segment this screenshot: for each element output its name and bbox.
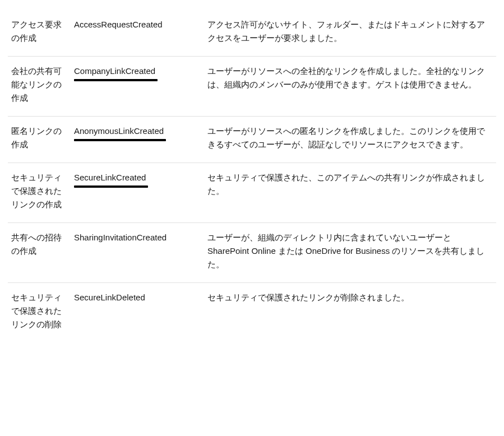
event-operation-name: CompanyLinkCreated <box>74 64 155 80</box>
event-description: アクセス許可がないサイト、フォルダー、またはドキュメントに対するアクセスをユーザ… <box>204 10 496 57</box>
event-description: ユーザーが、組織のディレクトリ内に含まれていないユーザーと SharePoint… <box>204 223 496 283</box>
event-operation-name: SharingInvitationCreated <box>74 231 167 247</box>
table-row: 共有への招待の作成SharingInvitationCreatedユーザーが、組… <box>8 223 496 283</box>
table-row: セキュリティで保護されたリンクの作成SecureLinkCreatedセキュリテ… <box>8 163 496 223</box>
event-operation-cell: AnonymousLinkCreated <box>71 117 204 163</box>
event-name-jp: 匿名リンクの作成 <box>8 117 71 163</box>
page-content: アクセス要求の作成AccessRequestCreatedアクセス許可がないサイ… <box>0 0 504 348</box>
event-name-jp: セキュリティで保護されたリンクの作成 <box>8 163 71 223</box>
event-operation-cell: AccessRequestCreated <box>71 10 204 57</box>
event-operation-cell: SecureLinkDeleted <box>71 283 204 343</box>
audit-events-table: アクセス要求の作成AccessRequestCreatedアクセス許可がないサイ… <box>8 10 496 342</box>
event-name-jp: アクセス要求の作成 <box>8 10 71 57</box>
audit-events-tbody: アクセス要求の作成AccessRequestCreatedアクセス許可がないサイ… <box>8 10 496 342</box>
event-operation-cell: SharingInvitationCreated <box>71 223 204 283</box>
event-operation-name: AnonymousLinkCreated <box>74 124 164 140</box>
event-description: ユーザーがリソースへの全社的なリンクを作成しました。全社的なリンクは、組織内のメ… <box>204 57 496 117</box>
event-operation-name: SecureLinkDeleted <box>74 291 145 307</box>
event-description: セキュリティで保護された、このアイテムへの共有リンクが作成されました。 <box>204 163 496 223</box>
table-row: 匿名リンクの作成AnonymousLinkCreatedユーザーがリソースへの匿… <box>8 117 496 163</box>
event-name-jp: セキュリティで保護されたリンクの削除 <box>8 283 71 343</box>
event-name-jp: 共有への招待の作成 <box>8 223 71 283</box>
event-operation-cell: SecureLinkCreated <box>71 163 204 223</box>
table-row: 会社の共有可能なリンクの作成CompanyLinkCreatedユーザーがリソー… <box>8 57 496 117</box>
event-description: ユーザーがリソースへの匿名リンクを作成しました。このリンクを使用できるすべてのユ… <box>204 117 496 163</box>
event-operation-cell: CompanyLinkCreated <box>71 57 204 117</box>
event-operation-name: AccessRequestCreated <box>74 18 163 34</box>
event-operation-name: SecureLinkCreated <box>74 171 146 187</box>
event-name-jp: 会社の共有可能なリンクの作成 <box>8 57 71 117</box>
table-row: セキュリティで保護されたリンクの削除SecureLinkDeletedセキュリテ… <box>8 283 496 343</box>
table-row: アクセス要求の作成AccessRequestCreatedアクセス許可がないサイ… <box>8 10 496 57</box>
event-description: セキュリティで保護されたリンクが削除されました。 <box>204 283 496 343</box>
